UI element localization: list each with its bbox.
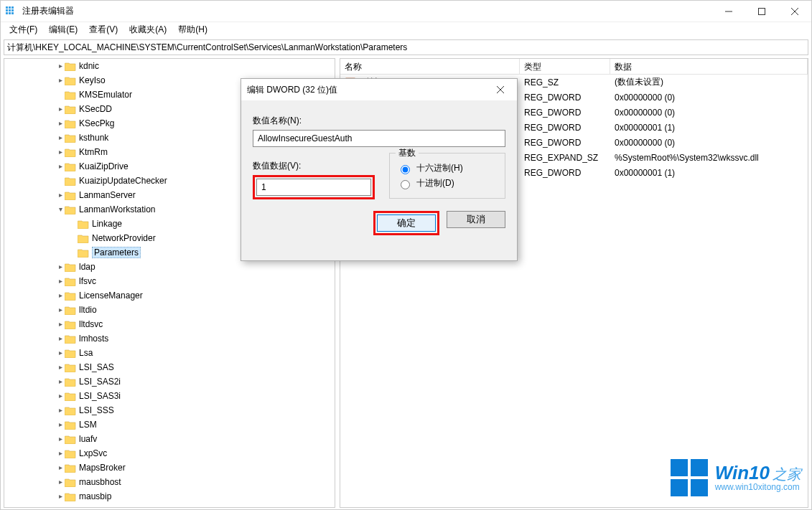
close-button[interactable] — [778, 1, 811, 22]
chevron-right-icon[interactable]: ▸ — [56, 62, 65, 70]
chevron-right-icon[interactable]: ▸ — [56, 478, 65, 486]
tree-item-mbbcx[interactable]: ▸MbbCx — [4, 504, 335, 508]
chevron-right-icon[interactable]: ▸ — [56, 76, 65, 85]
menu-help[interactable]: 帮助(H) — [172, 22, 213, 37]
header-name[interactable]: 名称 — [340, 59, 520, 74]
tree-label: LanmanServer — [79, 190, 136, 200]
chevron-right-icon[interactable]: ▸ — [56, 334, 65, 343]
header-type[interactable]: 类型 — [520, 59, 610, 74]
tree-item-licensemanager[interactable]: ▸LicenseManager — [4, 288, 335, 303]
chevron-right-icon[interactable]: ▸ — [56, 320, 65, 329]
cell-data: 0x00000000 (0) — [610, 91, 808, 104]
tree-item-lxpsvc[interactable]: ▸LxpSvc — [4, 446, 335, 461]
chevron-right-icon[interactable]: ▸ — [56, 263, 65, 271]
chevron-right-icon[interactable]: ▸ — [56, 363, 65, 372]
value-data-input[interactable] — [256, 179, 371, 196]
chevron-right-icon[interactable]: ▸ — [56, 119, 65, 128]
chevron-right-icon[interactable]: ▸ — [56, 291, 65, 300]
chevron-right-icon[interactable]: ▸ — [56, 277, 65, 285]
tree-label: Lsa — [79, 348, 93, 358]
cell-data: %SystemRoot%\System32\wkssvc.dll — [610, 151, 808, 164]
chevron-right-icon[interactable]: ▸ — [56, 105, 65, 113]
dialog-close-button[interactable] — [484, 79, 517, 100]
svg-rect-4 — [9, 9, 11, 11]
tree-label: NetworkProvider — [92, 233, 156, 243]
cell-data: 0x00000001 (1) — [610, 166, 808, 179]
chevron-right-icon[interactable]: ▸ — [56, 133, 65, 142]
cancel-button[interactable]: 取消 — [447, 211, 505, 228]
radio-dec-input[interactable] — [401, 180, 410, 189]
watermark-url: www.win10xitong.com — [715, 482, 801, 492]
menu-favorites[interactable]: 收藏夹(A) — [123, 22, 172, 37]
chevron-right-icon[interactable]: ▸ — [56, 449, 65, 458]
menu-view[interactable]: 查看(V) — [83, 22, 123, 37]
chevron-right-icon[interactable]: ▸ — [56, 420, 65, 429]
radio-dec[interactable]: 十进制(D) — [397, 177, 498, 189]
cell-type: REG_SZ — [520, 76, 610, 89]
cell-type: REG_DWORD — [520, 91, 610, 104]
chevron-right-icon[interactable]: ▸ — [56, 435, 65, 443]
menu-file[interactable]: 文件(F) — [4, 22, 43, 37]
tree-item-lmhosts[interactable]: ▸lmhosts — [4, 331, 335, 346]
tree-item-lsi_sas3i[interactable]: ▸LSI_SAS3i — [4, 389, 335, 403]
dialog-titlebar: 编辑 DWORD (32 位)值 — [241, 79, 517, 100]
tree-label: LSI_SSS — [79, 405, 114, 415]
chevron-right-icon[interactable]: ▸ — [56, 506, 65, 508]
cell-data: 0x00000000 (0) — [610, 106, 808, 119]
svg-rect-7 — [9, 12, 11, 14]
tree-item-lsi_sss[interactable]: ▸LSI_SSS — [4, 403, 335, 417]
chevron-right-icon[interactable]: ▸ — [56, 191, 65, 199]
tree-item-mausbhost[interactable]: ▸mausbhost — [4, 475, 335, 489]
tree-label: lfsvc — [79, 276, 96, 286]
tree-label: MbbCx — [79, 506, 106, 508]
tree-item-lsa[interactable]: ▸Lsa — [4, 346, 335, 360]
tree-item-lsm[interactable]: ▸LSM — [4, 417, 335, 432]
radio-hex-label: 十六进制(H) — [416, 162, 463, 174]
value-name-label: 数值名称(N): — [253, 115, 505, 127]
tree-label: LanmanWorkstation — [79, 204, 156, 214]
cell-data: (数值未设置) — [610, 75, 808, 90]
ok-button[interactable]: 确定 — [377, 214, 436, 232]
chevron-right-icon[interactable]: ▸ — [56, 162, 65, 171]
dialog-title: 编辑 DWORD (32 位)值 — [247, 84, 337, 96]
tree-item-lfsvc[interactable]: ▸lfsvc — [4, 274, 335, 288]
tree-item-mapsbroker[interactable]: ▸MapsBroker — [4, 461, 335, 475]
minimize-button[interactable] — [712, 1, 745, 22]
tree-item-kdnic[interactable]: ▸kdnic — [4, 59, 335, 73]
registry-editor-window: 注册表编辑器 文件(F) 编辑(E) 查看(V) 收藏夹(A) 帮助(H) 计算… — [0, 0, 812, 510]
header-data[interactable]: 数据 — [610, 59, 808, 74]
chevron-right-icon[interactable]: ▸ — [56, 377, 65, 386]
maximize-button[interactable] — [745, 1, 778, 22]
tree-label: LicenseManager — [79, 291, 143, 301]
value-name-input[interactable] — [253, 130, 505, 147]
chevron-down-icon[interactable]: ▾ — [56, 205, 65, 214]
tree-item-lsi_sas2i[interactable]: ▸LSI_SAS2i — [4, 374, 335, 389]
tree-item-lltdio[interactable]: ▸lltdio — [4, 303, 335, 317]
chevron-right-icon[interactable]: ▸ — [56, 463, 65, 472]
chevron-right-icon[interactable]: ▸ — [56, 349, 65, 357]
list-header: 名称 类型 数据 — [340, 59, 808, 75]
cell-type: REG_DWORD — [520, 121, 610, 134]
chevron-right-icon[interactable]: ▸ — [56, 148, 65, 156]
chevron-right-icon[interactable]: ▸ — [56, 306, 65, 314]
radio-hex-input[interactable] — [401, 165, 410, 174]
tree-item-lsi_sas[interactable]: ▸LSI_SAS — [4, 360, 335, 374]
tree-label: mausbip — [79, 491, 111, 501]
tree-item-luafv[interactable]: ▸luafv — [4, 432, 335, 446]
tree-label: KuaiZipDrive — [79, 161, 129, 171]
address-bar[interactable]: 计算机\HKEY_LOCAL_MACHINE\SYSTEM\CurrentCon… — [4, 39, 808, 55]
tree-item-lltdsvc[interactable]: ▸lltdsvc — [4, 317, 335, 331]
menu-edit[interactable]: 编辑(E) — [43, 22, 83, 37]
chevron-right-icon[interactable]: ▸ — [56, 392, 65, 400]
radio-hex[interactable]: 十六进制(H) — [397, 162, 498, 174]
tree-label: luafv — [79, 434, 97, 444]
edit-dword-dialog: 编辑 DWORD (32 位)值 数值名称(N): 数值数据(V): 基数 — [241, 78, 518, 261]
menubar: 文件(F) 编辑(E) 查看(V) 收藏夹(A) 帮助(H) — [1, 22, 811, 37]
tree-item-ldap[interactable]: ▸ldap — [4, 260, 335, 274]
chevron-right-icon[interactable]: ▸ — [56, 406, 65, 415]
chevron-right-icon[interactable]: ▸ — [56, 492, 65, 501]
maximize-icon — [758, 8, 765, 15]
value-data-label: 数值数据(V): — [253, 160, 375, 172]
tree-label: LSI_SAS2i — [79, 377, 121, 387]
tree-item-mausbip[interactable]: ▸mausbip — [4, 489, 335, 504]
